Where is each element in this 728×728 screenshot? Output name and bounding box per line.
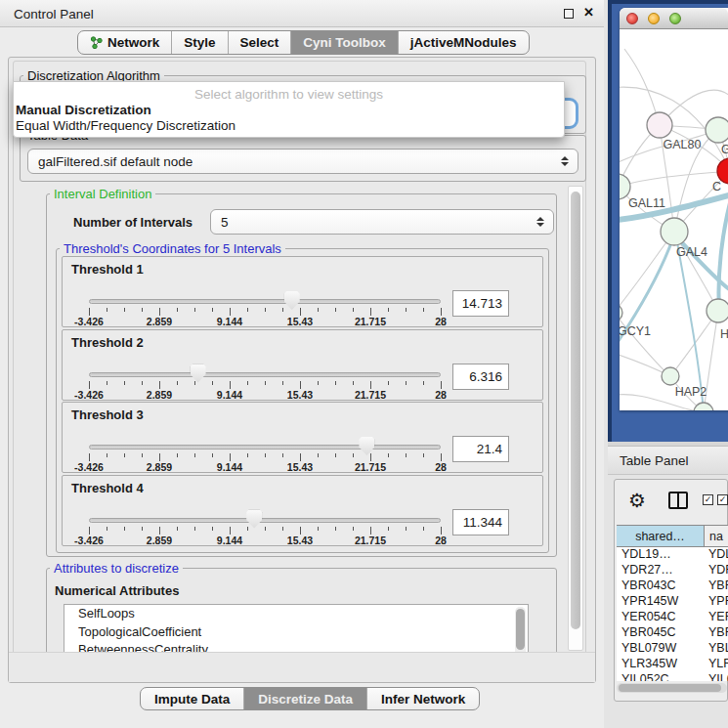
column-header-name[interactable]: na [705,526,728,546]
float-window-icon[interactable] [564,9,574,19]
close-icon[interactable]: ✕ [583,5,594,20]
slider-track[interactable] [89,299,441,304]
minimize-traffic-light-icon[interactable] [648,13,660,24]
cell-name[interactable]: YDL1 [705,547,728,563]
gear-icon[interactable]: ⚙ [628,489,646,512]
network-node-gal4[interactable] [661,218,688,245]
tick-label: -3.426 [74,389,104,401]
cell-name[interactable]: YIL0 [705,672,728,681]
cell-name[interactable]: YBL0 [705,641,728,657]
cell-shared-name[interactable]: YER054C [617,610,705,625]
tab-cyni-toolbox[interactable]: Cyni Toolbox [290,31,398,54]
cell-name[interactable]: YLR3 [705,657,728,672]
threshold-value-field[interactable]: 14.713 [452,290,509,317]
table-row[interactable]: YDL19…YDL1 [617,547,728,563]
network-node[interactable] [694,403,713,410]
tick-mark [282,308,283,312]
threshold-value-field[interactable]: 11.344 [452,509,509,535]
network-node-gal[interactable] [706,117,728,143]
cell-name[interactable]: YBR0 [705,578,728,594]
threshold-slider[interactable]: -3.4262.8599.14415.4321.71528 [89,476,441,547]
tab-select[interactable]: Select [228,31,291,54]
table-toolbar: ⚙ ✓ ✓ [615,480,727,525]
threshold-value-field[interactable]: 21.4 [452,436,509,462]
tick-mark [194,381,195,385]
column-header-shared-name[interactable]: shared… [617,526,705,546]
node-table[interactable]: shared… na YDL19…YDL1YDR27…YDR2YBR043CYB… [617,525,728,681]
cell-name[interactable]: YBR0 [705,625,728,641]
table-data-combobox[interactable]: galFiltered.sif default node [27,149,578,174]
network-nodes[interactable] [620,112,728,410]
cell-shared-name[interactable]: YDR27… [617,563,705,578]
tick-mark [230,453,231,461]
panel-vertical-scrollbar[interactable] [568,186,583,651]
table-row[interactable]: YDR27…YDR2 [617,563,728,578]
popup-option-equal-width-frequency[interactable]: Equal Width/Frequency Discretization [16,118,236,133]
network-node-h[interactable] [707,299,728,322]
table-row[interactable]: YIL052CYIL0 [617,672,728,681]
tab-discretize-data[interactable]: Discretize Data [243,688,366,709]
network-node-gal80[interactable] [647,112,672,138]
tab-jactivemnodules[interactable]: jActiveMNodules [398,31,529,54]
cell-shared-name[interactable]: YBR045C [617,625,705,641]
interval-definition-label: Interval Definition [50,187,155,201]
attribute-list-item[interactable]: TopologicalCoefficient [64,623,528,642]
tick-mark [388,381,389,385]
numerical-attributes-label: Numerical Attributes [55,583,179,598]
threshold-slider[interactable]: -3.4262.8599.14415.4321.71528 [89,257,441,328]
slider-track[interactable] [89,518,441,523]
cell-shared-name[interactable]: YIL052C [617,672,705,681]
cell-shared-name[interactable]: YLR345W [617,657,705,672]
checkbox-icon[interactable]: ✓ [703,494,713,505]
threshold-slider[interactable]: -3.4262.8599.14415.4321.71528 [89,403,441,474]
table-row[interactable]: YBR043CYBR0 [617,578,728,594]
table-row[interactable]: YBL079WYBL0 [617,641,728,657]
cell-shared-name[interactable]: YDL19… [617,547,705,563]
cell-shared-name[interactable]: YBR043C [617,578,705,594]
cell-name[interactable]: YDR2 [705,563,728,578]
table-horizontal-scrollbar[interactable] [617,683,727,693]
scrollbar-thumb[interactable] [516,609,525,650]
threshold-list: Threshold 1 -3.4262.8599.14415.4321.7152… [62,256,543,547]
tick-mark [406,308,407,312]
tab-label: Style [184,35,215,50]
slider-track[interactable] [89,372,441,377]
tick-label: 28 [435,535,447,546]
scrollbar-thumb[interactable] [571,192,580,629]
zoom-traffic-light-icon[interactable] [669,13,681,24]
table-row[interactable]: YER054CYER0 [617,610,728,625]
thresholds-group-label: Threshold's Coordinates for 5 Intervals [60,241,285,256]
scrollbar-thumb[interactable] [619,684,721,692]
table-row[interactable]: YPR145WYPR1 [617,594,728,610]
network-node-hap2[interactable] [662,367,679,385]
threshold-value-field[interactable]: 6.316 [452,364,509,390]
tick-mark [159,453,160,461]
tab-network[interactable]: Network [78,31,171,54]
tab-style[interactable]: Style [171,31,227,54]
tab-impute-data[interactable]: Impute Data [141,688,243,709]
cell-shared-name[interactable]: YBL079W [617,641,705,657]
table-row[interactable]: YBR045CYBR0 [617,625,728,641]
numerical-attributes-list[interactable]: SelfLoopsTopologicalCoefficientBetweenne… [64,604,529,653]
cell-shared-name[interactable]: YPR145W [617,594,705,610]
list-vertical-scrollbar[interactable] [515,607,526,653]
network-node-gcy1[interactable] [620,304,622,321]
popup-option-manual-discretization[interactable]: Manual Discretization [16,103,151,117]
apply-footer: Apply [9,652,595,682]
network-window-titlebar[interactable] [620,8,728,29]
tick-mark [159,308,160,316]
network-canvas[interactable]: GAL80GALCGAL11GAL4GCY1HHAP2 [620,29,728,410]
table-row[interactable]: YLR345WYLR3 [617,657,728,672]
tab-infer-network[interactable]: Infer Network [366,688,479,709]
slider-tick-labels: -3.4262.8599.14415.4321.71528 [89,461,441,473]
cell-name[interactable]: YER0 [705,610,728,625]
number-of-intervals-combobox[interactable]: 5 [210,209,554,235]
threshold-slider[interactable]: -3.4262.8599.14415.4321.71528 [89,330,441,402]
cell-name[interactable]: YPR1 [705,594,728,610]
tick-label: 2.859 [147,389,172,401]
slider-track[interactable] [89,445,441,450]
split-columns-icon[interactable] [668,492,688,509]
checkbox-icon[interactable]: ✓ [717,494,728,505]
close-traffic-light-icon[interactable] [626,13,638,24]
attribute-list-item[interactable]: SelfLoops [64,605,528,623]
